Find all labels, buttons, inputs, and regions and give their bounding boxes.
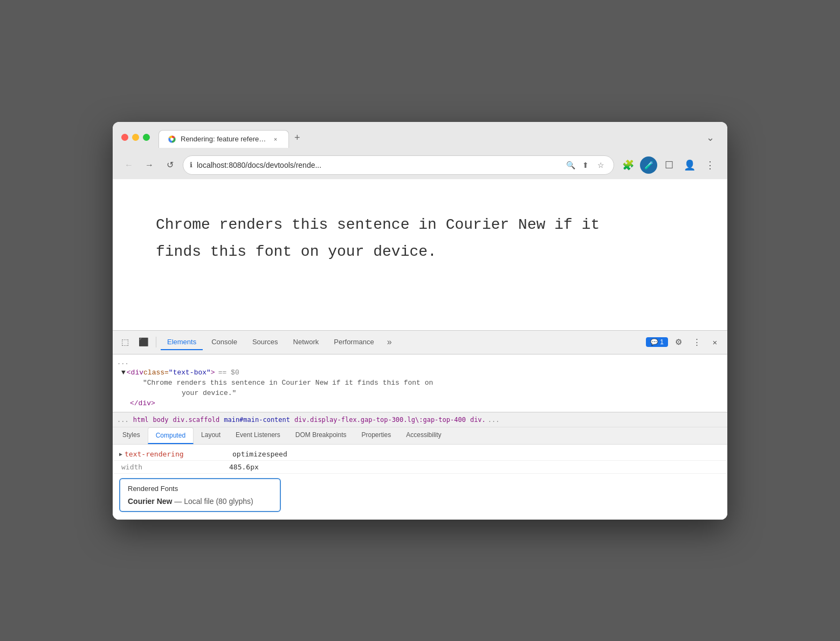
forward-button[interactable]: → bbox=[142, 158, 157, 173]
tab-bar: Rendering: feature reference - × + ⌄ bbox=[159, 127, 719, 148]
dom-class-value: "text-box" bbox=[169, 369, 211, 377]
dom-row-ellipsis: ... bbox=[117, 358, 723, 367]
dom-class-attr: class= bbox=[143, 369, 169, 377]
prop-row-width: width 485.6px bbox=[113, 461, 727, 474]
dom-close-tag: </div> bbox=[130, 399, 155, 407]
url-text: localhost:8080/docs/devtools/rende... bbox=[197, 161, 560, 169]
tab-computed[interactable]: Computed bbox=[148, 427, 194, 444]
devtools-right-controls: 💬 1 ⚙ ⋮ × bbox=[646, 334, 723, 350]
rendered-fonts-box: Rendered Fonts Courier New — Local file … bbox=[119, 478, 281, 512]
new-tab-button[interactable]: + bbox=[290, 128, 305, 148]
svg-point-2 bbox=[170, 138, 174, 141]
dom-tag-bracket: > bbox=[211, 369, 215, 377]
tab-network[interactable]: Network bbox=[287, 335, 326, 350]
notification-badge[interactable]: 💬 1 bbox=[646, 337, 668, 347]
prop-name-width: width bbox=[121, 463, 229, 471]
dom-row-close-tag: </div> bbox=[130, 398, 723, 408]
properties-panel: ▶ text-rendering optimizespeed width 485… bbox=[113, 445, 727, 520]
profile-button[interactable]: 👤 bbox=[681, 156, 698, 174]
close-traffic-light[interactable] bbox=[121, 134, 128, 141]
title-bar: Rendering: feature reference - × + ⌄ bbox=[113, 122, 727, 152]
font-dash: — bbox=[174, 497, 184, 506]
breadcrumb-html[interactable]: html bbox=[133, 416, 149, 424]
dom-text-content-2: your device." bbox=[182, 389, 236, 397]
styles-tabs-bar: Styles Computed Layout Event Listeners D… bbox=[113, 427, 727, 445]
devtools-settings-button[interactable]: ⚙ bbox=[670, 334, 686, 350]
tab-accessibility[interactable]: Accessibility bbox=[398, 427, 449, 444]
tab-layout[interactable]: Layout bbox=[194, 427, 228, 444]
maximize-traffic-light[interactable] bbox=[143, 134, 150, 141]
prop-value-text-rendering: optimizespeed bbox=[232, 450, 287, 458]
prop-name-text-rendering: text-rendering bbox=[125, 450, 232, 458]
address-bar: ← → ↺ ℹ localhost:8080/docs/devtools/ren… bbox=[113, 152, 727, 179]
breadcrumb-body[interactable]: body bbox=[153, 416, 169, 424]
tab-sources[interactable]: Sources bbox=[246, 335, 285, 350]
browser-window: Rendering: feature reference - × + ⌄ ← →… bbox=[113, 122, 727, 520]
tab-console[interactable]: Console bbox=[205, 335, 244, 350]
tab-dom-breakpoints[interactable]: DOM Breakpoints bbox=[288, 427, 354, 444]
tab-overflow-button[interactable]: ⌄ bbox=[702, 127, 719, 148]
toolbar-separator bbox=[156, 337, 156, 347]
dom-more-indicator: ... bbox=[117, 359, 129, 366]
inspect-element-button[interactable]: ⬚ bbox=[117, 334, 133, 350]
prop-row-text-rendering: ▶ text-rendering optimizespeed bbox=[113, 448, 727, 461]
share-icon[interactable]: ⬆ bbox=[579, 159, 592, 172]
rendered-fonts-title: Rendered Fonts bbox=[128, 485, 272, 493]
rendered-fonts-entry: Courier New — Local file (80 glyphs) bbox=[128, 497, 272, 506]
tab-event-listeners[interactable]: Event Listeners bbox=[228, 427, 288, 444]
devtools-panel: ⬚ ⬛ Elements Console Sources Network Per… bbox=[113, 330, 727, 520]
browser-tab[interactable]: Rendering: feature reference - × bbox=[159, 130, 289, 148]
tab-performance[interactable]: Performance bbox=[327, 335, 380, 350]
reload-button[interactable]: ↺ bbox=[162, 158, 177, 173]
dom-expand-icon[interactable]: ▼ bbox=[121, 369, 126, 377]
zoom-icon[interactable]: 🔍 bbox=[564, 159, 577, 172]
extensions-button[interactable]: 🧩 bbox=[619, 156, 637, 174]
breadcrumb-scaffold[interactable]: div.scaffold bbox=[173, 416, 220, 424]
url-bar[interactable]: ℹ localhost:8080/docs/devtools/rende... … bbox=[183, 155, 614, 175]
more-options-button[interactable]: ⋮ bbox=[701, 156, 719, 174]
tab-close-button[interactable]: × bbox=[271, 135, 280, 144]
url-icons: 🔍 ⬆ ☆ bbox=[564, 159, 607, 172]
dom-equals-dollar: == $0 bbox=[218, 369, 239, 377]
tab-elements[interactable]: Elements bbox=[161, 335, 203, 350]
dom-text-content: "Chrome renders this sentence in Courier… bbox=[143, 379, 433, 387]
dom-tree: ... ▼ <div class= "text-box" > == $0 "Ch… bbox=[113, 354, 727, 412]
performance-button[interactable]: 🧪 bbox=[640, 156, 657, 174]
devtools-more-tabs-button[interactable]: » bbox=[383, 335, 396, 349]
devtools-more-button[interactable]: ⋮ bbox=[688, 334, 705, 350]
back-button[interactable]: ← bbox=[121, 158, 136, 173]
breadcrumb: ... html body div.scaffold main#main-con… bbox=[113, 412, 727, 427]
tab-styles[interactable]: Styles bbox=[115, 427, 148, 444]
page-text: Chrome renders this sentence in Courier … bbox=[156, 212, 684, 266]
breadcrumb-more: ... bbox=[117, 416, 129, 424]
page-content: Chrome renders this sentence in Courier … bbox=[113, 179, 727, 330]
prop-expand-icon[interactable]: ▶ bbox=[119, 451, 122, 457]
devtools-close-button[interactable]: × bbox=[707, 334, 723, 350]
breadcrumb-div[interactable]: div. bbox=[470, 416, 486, 424]
font-detail: Local file (80 glyphs) bbox=[184, 497, 253, 506]
dom-tag-open: <div bbox=[127, 369, 143, 377]
traffic-lights bbox=[121, 134, 150, 141]
device-toolbar-button[interactable]: ⬛ bbox=[135, 334, 152, 350]
devtools-toolbar: ⬚ ⬛ Elements Console Sources Network Per… bbox=[113, 331, 727, 354]
chrome-favicon-icon bbox=[168, 135, 176, 144]
dom-row-text-continued: your device." bbox=[182, 388, 723, 398]
font-name: Courier New bbox=[128, 497, 172, 506]
breadcrumb-main[interactable]: main#main-content bbox=[224, 416, 290, 424]
tab-properties[interactable]: Properties bbox=[354, 427, 399, 444]
minimize-traffic-light[interactable] bbox=[132, 134, 139, 141]
toolbar-right: 🧩 🧪 ☐ 👤 ⋮ bbox=[619, 156, 719, 174]
bookmark-icon[interactable]: ☆ bbox=[594, 159, 607, 172]
secure-icon: ℹ bbox=[190, 161, 192, 169]
tab-title: Rendering: feature reference - bbox=[181, 135, 267, 143]
dom-row-div[interactable]: ▼ <div class= "text-box" > == $0 bbox=[117, 367, 723, 378]
breadcrumb-div-flex[interactable]: div.display-flex.gap-top-300.lg\:gap-top… bbox=[294, 416, 466, 424]
split-screen-button[interactable]: ☐ bbox=[660, 156, 678, 174]
prop-value-width: 485.6px bbox=[229, 463, 259, 471]
dom-row-text: "Chrome renders this sentence in Courier… bbox=[143, 378, 723, 388]
